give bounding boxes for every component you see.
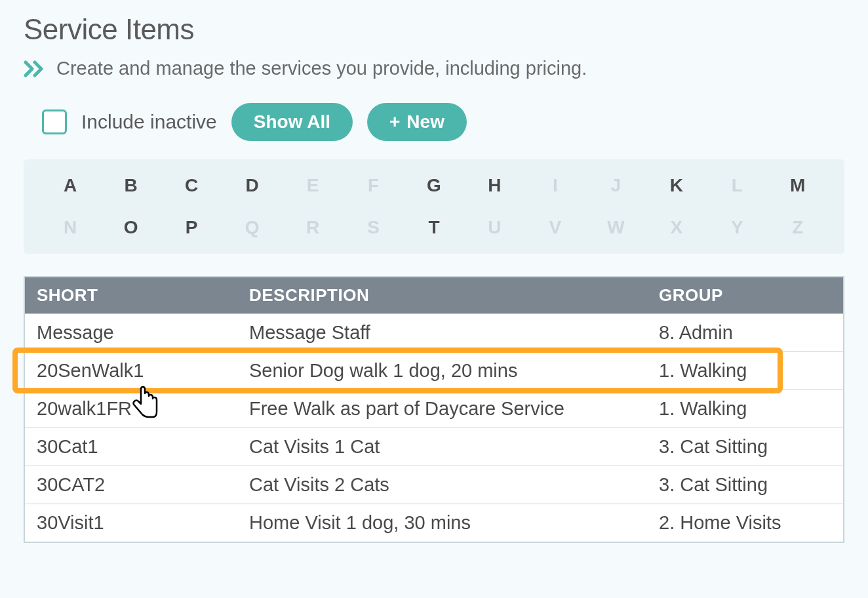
include-inactive-label: Include inactive (81, 111, 217, 133)
alpha-letter-u: U (467, 217, 521, 238)
table-row[interactable]: 20walk1FRFree Walk as part of Daycare Se… (24, 389, 844, 428)
col-header-short[interactable]: SHORT (24, 277, 237, 314)
alpha-letter-q: Q (225, 217, 279, 238)
cell-group: 3. Cat Sitting (647, 466, 844, 504)
alpha-letter-w: W (589, 217, 642, 238)
alpha-letter-b[interactable]: B (104, 175, 157, 196)
alpha-letter-i: I (528, 175, 582, 196)
alpha-letter-p[interactable]: P (165, 217, 218, 238)
new-button[interactable]: + New (367, 103, 467, 141)
plus-icon: + (389, 111, 400, 133)
cell-group: 8. Admin (647, 313, 844, 351)
alpha-letter-g[interactable]: G (407, 175, 461, 196)
alpha-letter-y: Y (710, 217, 764, 238)
alpha-letter-s: S (346, 217, 400, 238)
table-header-row: SHORT DESCRIPTION GROUP (24, 277, 844, 314)
alpha-letter-r: R (286, 217, 340, 238)
page-title: Service Items (24, 13, 844, 46)
include-inactive-checkbox[interactable] (42, 110, 67, 134)
alpha-letter-d[interactable]: D (225, 175, 279, 196)
alpha-letter-t[interactable]: T (407, 217, 461, 238)
alpha-letter-z: Z (771, 217, 825, 238)
page-subtitle-row: Create and manage the services you provi… (24, 58, 844, 79)
col-header-description[interactable]: DESCRIPTION (237, 277, 647, 314)
cell-description: Cat Visits 2 Cats (237, 466, 647, 504)
cell-short: 20SenWalk1 (24, 351, 237, 389)
cell-group: 1. Walking (647, 389, 844, 428)
alpha-filter: ABCDEFGHIJKLMNOPQRSTUVWXYZ (24, 159, 844, 254)
table-row[interactable]: 20SenWalk1Senior Dog walk 1 dog, 20 mins… (24, 351, 844, 389)
table-row[interactable]: 30CAT2Cat Visits 2 Cats3. Cat Sitting (24, 466, 844, 504)
alpha-letter-x: X (650, 217, 703, 238)
cell-description: Home Visit 1 dog, 30 mins (237, 504, 647, 542)
page-subtitle: Create and manage the services you provi… (56, 58, 587, 79)
table-wrapper: SHORT DESCRIPTION GROUP MessageMessage S… (24, 276, 844, 543)
alpha-letter-f: F (346, 175, 400, 196)
new-label: New (406, 111, 444, 133)
table-row[interactable]: 30Cat1Cat Visits 1 Cat3. Cat Sitting (24, 428, 844, 466)
alpha-letter-a[interactable]: A (43, 175, 97, 196)
toolbar: Include inactive Show All + New (24, 103, 844, 141)
cell-group: 3. Cat Sitting (647, 428, 844, 466)
chevrons-right-icon (24, 60, 46, 77)
alpha-letter-l: L (710, 175, 764, 196)
cell-short: Message (24, 313, 237, 351)
table-row[interactable]: MessageMessage Staff8. Admin (24, 313, 844, 351)
show-all-button[interactable]: Show All (231, 103, 353, 141)
alpha-letter-h[interactable]: H (467, 175, 521, 196)
cell-short: 30Cat1 (24, 428, 237, 466)
alpha-letter-c[interactable]: C (165, 175, 218, 196)
cell-short: 20walk1FR (24, 389, 237, 428)
show-all-label: Show All (254, 111, 330, 133)
cell-description: Free Walk as part of Daycare Service (237, 389, 647, 428)
table-row[interactable]: 30Visit1Home Visit 1 dog, 30 mins2. Home… (24, 504, 844, 542)
cell-description: Senior Dog walk 1 dog, 20 mins (237, 351, 647, 389)
cell-description: Message Staff (237, 313, 647, 351)
alpha-letter-o[interactable]: O (104, 217, 157, 238)
alpha-letter-j: J (589, 175, 642, 196)
alpha-letter-e: E (286, 175, 340, 196)
cell-group: 2. Home Visits (647, 504, 844, 542)
cell-short: 30Visit1 (24, 504, 237, 542)
alpha-letter-v: V (528, 217, 582, 238)
service-items-table: SHORT DESCRIPTION GROUP MessageMessage S… (24, 276, 844, 543)
alpha-letter-k[interactable]: K (650, 175, 703, 196)
alpha-letter-n: N (43, 217, 97, 238)
cell-short: 30CAT2 (24, 466, 237, 504)
col-header-group[interactable]: GROUP (647, 277, 844, 314)
alpha-letter-m[interactable]: M (771, 175, 825, 196)
cell-group: 1. Walking (647, 351, 844, 389)
cell-description: Cat Visits 1 Cat (237, 428, 647, 466)
